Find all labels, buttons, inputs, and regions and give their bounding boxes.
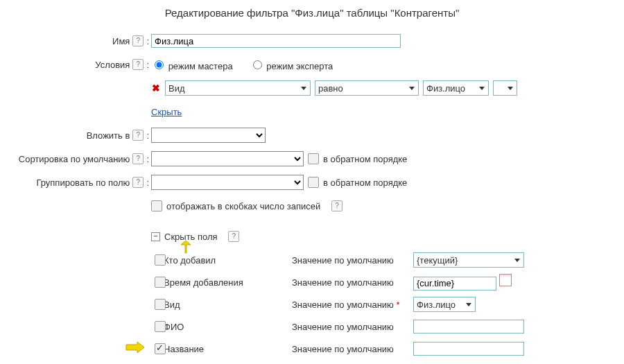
default-value-label: Значение по умолчанию	[292, 344, 413, 354]
condition-field-select[interactable]: Вид	[165, 80, 311, 96]
group-by-select[interactable]	[151, 175, 304, 190]
field-name-label: Время добавления	[164, 277, 292, 288]
hide-field-row: ФИОЗначение по умолчанию	[0, 318, 624, 335]
help-icon[interactable]: ?	[132, 35, 144, 46]
help-icon[interactable]: ?	[132, 153, 144, 164]
field-name-label: Название	[164, 344, 292, 354]
default-value-input[interactable]	[413, 277, 496, 291]
mode-master-radio[interactable]: режим мастера	[151, 58, 233, 71]
help-icon[interactable]: ?	[331, 200, 343, 211]
field-name-label: Кто добавил	[164, 255, 292, 266]
default-sort-label: Сортировка по умолчанию	[19, 154, 130, 164]
hide-field-row: Кто добавилЗначение по умолчанию {текущи…	[0, 252, 624, 268]
field-name-label: Вид	[164, 300, 292, 310]
nest-in-select[interactable]	[151, 128, 266, 143]
page-title: Редактирование фильтра "Физ.лица" таблиц…	[0, 7, 624, 19]
default-value-label: Значение по умолчанию	[292, 255, 413, 266]
help-icon[interactable]: ?	[132, 177, 144, 188]
hide-field-row: НазваниеЗначение по умолчанию	[0, 340, 624, 357]
conditions-label: Условия	[95, 60, 130, 70]
mode-expert-radio[interactable]: режим эксперта	[250, 58, 333, 71]
help-icon[interactable]: ?	[228, 231, 239, 242]
reverse-group-label: в обратном порядке	[323, 177, 407, 188]
nest-in-label: Вложить в	[87, 130, 130, 141]
hide-field-checkbox[interactable]	[155, 299, 166, 310]
name-label: Имя	[112, 36, 130, 46]
default-value-label: Значение по умолчанию	[292, 277, 413, 288]
hide-link[interactable]: Скрыть	[151, 107, 182, 117]
hide-field-checkbox[interactable]	[155, 321, 166, 332]
hide-field-checkbox[interactable]	[155, 343, 166, 354]
hide-field-checkbox[interactable]	[155, 277, 166, 288]
help-icon[interactable]: ?	[132, 130, 144, 141]
default-value-label: Значение по умолчанию *	[292, 300, 413, 310]
reverse-group-checkbox[interactable]	[308, 177, 319, 188]
default-sort-select[interactable]	[151, 151, 304, 166]
condition-extra-select[interactable]	[493, 80, 517, 96]
delete-condition-icon[interactable]: ✖	[151, 83, 161, 94]
field-name-label: ФИО	[164, 322, 292, 332]
default-value-label: Значение по умолчанию	[292, 322, 413, 332]
name-input[interactable]	[151, 34, 401, 48]
hide-field-row: Время добавленияЗначение по умолчанию	[0, 274, 624, 291]
show-count-checkbox[interactable]	[151, 200, 162, 211]
show-count-label: отображать в скобках число записей	[166, 201, 320, 211]
arrow-callout-icon	[125, 342, 146, 356]
default-value-input[interactable]	[413, 320, 524, 333]
hide-field-checkbox[interactable]	[155, 254, 166, 266]
default-value-input[interactable]	[413, 342, 524, 356]
default-value-select[interactable]: {текущий}	[413, 252, 524, 268]
default-value-select[interactable]: Физ.лицо	[413, 297, 476, 312]
reverse-sort-checkbox[interactable]	[308, 153, 319, 164]
reverse-sort-label: в обратном порядке	[323, 154, 407, 164]
condition-op-select[interactable]: равно	[315, 80, 419, 96]
condition-value-select[interactable]: Физ.лицо	[423, 80, 489, 96]
collapse-toggle-icon[interactable]: −	[151, 232, 160, 241]
hide-field-row: ВидЗначение по умолчанию *Физ.лицо	[0, 296, 624, 313]
group-by-label: Группировать по полю	[36, 177, 130, 188]
help-icon[interactable]: ?	[132, 59, 144, 70]
calendar-icon[interactable]	[499, 274, 512, 286]
